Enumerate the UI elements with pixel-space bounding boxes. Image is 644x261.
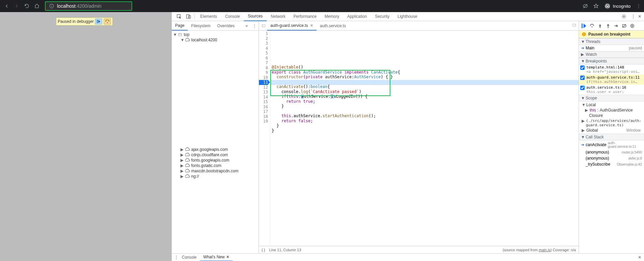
tree-host[interactable]: ▼localhost:4200 [172,37,259,43]
format-icon[interactable]: { } [262,248,265,252]
close-icon[interactable]: ✕ [226,255,229,259]
source-map-link[interactable]: main.js [539,248,550,252]
drawer-close-icon[interactable]: ✕ [638,255,641,260]
threads-header[interactable]: ▼Threads [579,38,644,45]
tree-item[interactable]: ▶fonts.googleapis.com [172,158,259,163]
step-icon[interactable] [613,23,619,29]
file-tabs-more-icon[interactable] [570,23,579,29]
resume-icon[interactable] [581,23,587,29]
svg-rect-27 [584,35,584,35]
tree-top[interactable]: ▼top [172,32,259,37]
svg-point-8 [107,22,108,23]
thread-row[interactable]: ➔Mainpaused [579,45,644,51]
back-icon[interactable] [4,3,9,9]
drawer-menu-icon[interactable]: ⋮ [174,255,178,260]
svg-point-19 [600,27,601,28]
star-icon[interactable] [593,3,599,9]
file-tabs-scroll-icon[interactable] [260,24,267,28]
close-devtools-icon[interactable]: ✕ [638,14,641,19]
step-out-icon[interactable] [605,23,611,29]
forward-icon[interactable] [14,3,19,9]
tree-item[interactable]: ▶cdnjs.cloudflare.com [172,152,259,158]
browser-toolbar: localhost:4200/admin Incognito ⋮ [0,0,644,12]
devtools: ElementsConsoleSourcesNetworkPerformance… [171,12,644,261]
scope-body: ▼Local ▶this: AuthGuardService Closure ▶… [579,101,644,134]
debugger-toolbar [579,21,644,31]
tab-application[interactable]: Application [343,12,371,21]
url-host: localhost [57,3,75,9]
callstack-row[interactable]: (anonymous)router.js:5490 [579,149,644,155]
tab-performance[interactable]: Performance [289,12,321,21]
svg-rect-26 [584,33,584,35]
navigator-tree[interactable]: ▼top ▼localhost:4200 ▶ajax.googleapis.co… [172,31,259,253]
callstack-row[interactable]: (anonymous)defer.js:8 [579,155,644,161]
page-content: Paused in debugger [0,12,171,261]
code-editor[interactable]: 12345678910111213141516171819 @Injectabl… [259,31,579,246]
breakpoint-checkbox[interactable] [580,86,585,90]
svg-rect-23 [632,25,632,27]
tab-elements[interactable]: Elements [196,12,221,21]
file-tab[interactable]: auth-guard.service.ts✕ [267,21,317,31]
pause-on-exception-icon[interactable] [629,23,635,29]
site-info-icon[interactable] [49,3,54,9]
navigator-subtabs: PageFilesystemOverrides » ⋮ [172,21,259,31]
deactivate-breakpoints-icon[interactable] [621,23,627,29]
callstack-header[interactable]: ▼Call Stack [579,134,644,140]
incognito-badge: Incognito [604,3,631,9]
paused-banner: Paused on breakpoint [579,31,644,38]
step-into-icon[interactable] [597,23,603,29]
device-toggle-icon[interactable] [186,14,191,19]
tab-memory[interactable]: Memory [321,12,343,21]
callstack-row[interactable]: _trySubscribeObservable.js:42 [579,161,644,167]
breakpoint-checkbox[interactable] [580,66,585,70]
more-tabs-icon[interactable]: » [243,24,251,28]
scope-header[interactable]: ▼Scope [579,95,644,101]
inspect-icon[interactable] [176,14,182,19]
tab-sources[interactable]: Sources [244,12,267,21]
svg-point-20 [608,27,609,28]
svg-rect-24 [633,25,633,27]
svg-rect-13 [178,34,181,36]
callstack-row[interactable]: ➔canActivateauth-guard.service.ts:11 [579,140,644,149]
drawer-tab[interactable]: Console [178,254,200,261]
step-over-icon[interactable] [589,23,595,29]
svg-rect-17 [582,24,583,28]
resume-button[interactable] [95,18,102,25]
subtab-overrides[interactable]: Overrides [214,21,238,31]
breakpoint-item[interactable]: auth-guard.service.ts:11if(this.authServ… [579,75,644,85]
tree-item[interactable]: ▶ajax.googleapis.com [172,147,259,152]
subtab-filesystem[interactable]: Filesystem [188,21,214,31]
tab-lighthouse[interactable]: Lighthouse [393,12,421,21]
tree-item[interactable]: ▶fonts.gstatic.com [172,163,259,168]
more-icon[interactable]: ⋮ [631,14,635,19]
svg-point-22 [631,24,634,28]
subtab-page[interactable]: Page [172,21,188,31]
tab-console[interactable]: Console [221,12,244,21]
reload-icon[interactable] [24,3,30,9]
home-icon[interactable] [34,3,40,9]
breakpoint-item[interactable]: template.html:148<a href="javascript:voi… [579,64,644,75]
file-tab[interactable]: auth.service.ts [317,21,349,31]
drawer: ⋮ ConsoleWhat's New ✕ ✕ [172,253,644,261]
breakpoints-header[interactable]: ▼Breakpoints [579,58,644,64]
watch-header[interactable]: ▶Watch [579,51,644,58]
close-tab-icon[interactable]: ✕ [310,23,313,28]
eye-off-icon[interactable] [583,3,588,9]
settings-icon[interactable] [621,14,627,19]
menu-icon[interactable]: ⋮ [636,3,641,9]
breakpoint-item[interactable]: auth.service.ts:16this.user = user; [579,85,644,95]
tab-security[interactable]: Security [371,12,393,21]
drawer-tab[interactable]: What's New ✕ [200,254,233,261]
svg-rect-7 [97,20,98,23]
navigator-pane: PageFilesystemOverrides » ⋮ ▼top ▼localh… [172,21,259,253]
tree-item[interactable]: ▶ng:// [172,174,259,179]
breakpoint-checkbox[interactable] [580,76,585,80]
svg-point-18 [592,26,593,27]
file-tabs: auth-guard.service.ts✕auth.service.ts [259,21,579,31]
step-over-button[interactable] [104,18,111,25]
tab-network[interactable]: Network [267,12,289,21]
tree-item[interactable]: ▶maxcdn.bootstrapcdn.com [172,168,259,174]
devtools-tabs: ElementsConsoleSourcesNetworkPerformance… [172,12,644,21]
url-bar[interactable]: localhost:4200/admin [45,1,132,11]
navigator-menu-icon[interactable]: ⋮ [251,24,259,28]
